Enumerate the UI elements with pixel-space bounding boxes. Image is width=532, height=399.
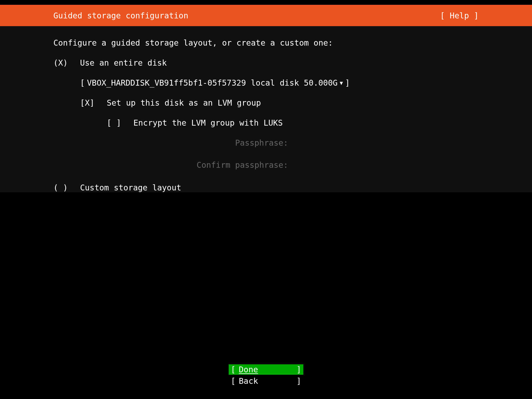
- checkbox-marker-checked: [X]: [80, 98, 107, 107]
- open-bracket: [: [80, 78, 85, 87]
- back-close-bracket: ]: [296, 376, 301, 386]
- close-bracket: ]: [345, 78, 350, 87]
- luks-checkbox[interactable]: [ ] Encrypt the LVM group with LUKS: [107, 118, 479, 127]
- done-button-label: Done: [236, 365, 296, 374]
- back-button[interactable]: [ Back ]: [229, 376, 303, 386]
- lvm-checkbox[interactable]: [X] Set up this disk as an LVM group: [80, 98, 479, 107]
- disk-select-value: VBOX_HARDDISK_VB91ff5bf1-05f57329 local …: [87, 78, 338, 87]
- passphrase-section: Passphrase: Confirm passphrase:: [176, 138, 479, 170]
- passphrase-label: Passphrase:: [176, 138, 288, 147]
- done-button[interactable]: [ Done ]: [229, 364, 303, 375]
- use-entire-disk-radio[interactable]: (X) Use an entire disk: [53, 58, 479, 67]
- checkbox-marker-unchecked: [ ]: [107, 118, 133, 127]
- use-entire-disk-label: Use an entire disk: [80, 58, 167, 67]
- done-close-bracket: ]: [296, 365, 301, 374]
- header-bar: Guided storage configuration [ Help ]: [0, 5, 532, 26]
- instruction-text: Configure a guided storage layout, or cr…: [53, 38, 479, 47]
- back-button-label: Back: [236, 376, 296, 386]
- custom-storage-label: Custom storage layout: [80, 183, 181, 192]
- disk-select-dropdown[interactable]: [ VBOX_HARDDISK_VB91ff5bf1-05f57329 loca…: [80, 78, 479, 87]
- top-black-bar: [0, 0, 532, 5]
- body-section: Configure a guided storage layout, or cr…: [0, 26, 532, 192]
- content-area: Configure a guided storage layout, or cr…: [0, 26, 532, 192]
- help-button[interactable]: [ Help ]: [440, 11, 479, 20]
- button-bar: [ Done ] [ Back ]: [0, 364, 532, 386]
- radio-marker-unselected: ( ): [53, 183, 80, 192]
- luks-label: Encrypt the LVM group with LUKS: [133, 118, 283, 127]
- done-open-bracket: [: [231, 365, 236, 374]
- page-title: Guided storage configuration: [53, 11, 188, 20]
- confirm-passphrase-label: Confirm passphrase:: [176, 160, 288, 170]
- chevron-down-icon: ▼: [340, 80, 343, 86]
- back-open-bracket: [: [231, 376, 236, 386]
- radio-marker-selected: (X): [53, 58, 80, 67]
- custom-storage-radio[interactable]: ( ) Custom storage layout: [53, 183, 479, 192]
- lvm-label: Set up this disk as an LVM group: [107, 98, 261, 107]
